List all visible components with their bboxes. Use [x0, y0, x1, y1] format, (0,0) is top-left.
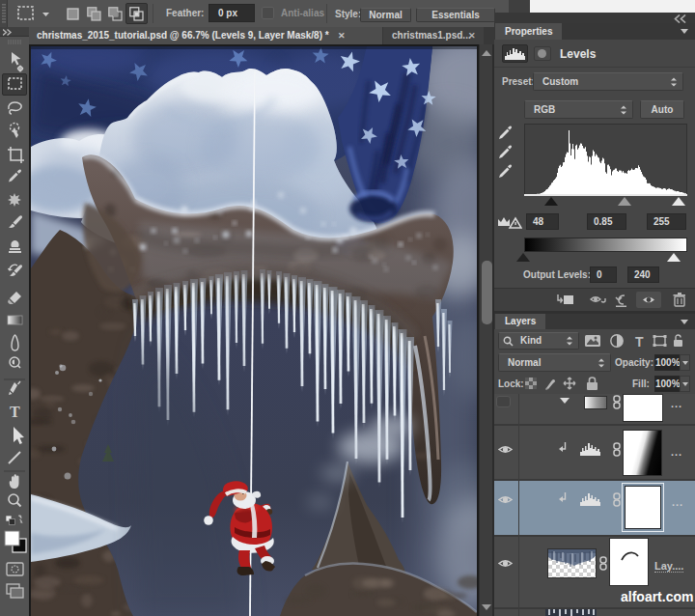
svg-text:T: T: [10, 404, 20, 420]
svg-text:T: T: [635, 334, 644, 348]
